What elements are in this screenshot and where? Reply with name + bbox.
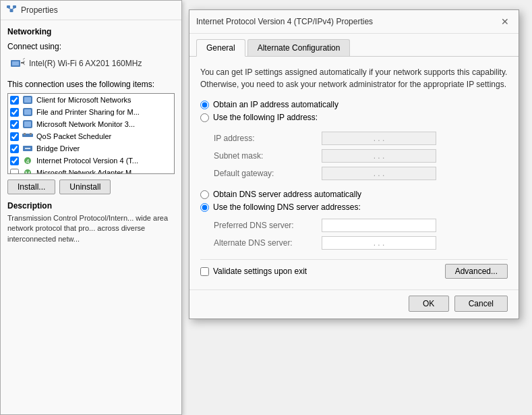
alternate-dns-input[interactable] <box>322 236 436 250</box>
item-label-3: QoS Packet Scheduler <box>36 132 111 140</box>
use-following-dns-label[interactable]: Use the following DNS server addresses: <box>213 202 361 212</box>
tab-alternate-config[interactable]: Alternate Configuration <box>247 39 351 56</box>
item-label-4: Bridge Driver <box>36 144 80 153</box>
tab-bar: General Alternate Configuration <box>189 34 519 57</box>
dialog-body: You can get IP settings assigned automat… <box>189 57 519 289</box>
adapter-icon <box>10 58 25 69</box>
item-icon-5: 4 <box>22 156 33 165</box>
list-item[interactable]: File and Printer Sharing for M... <box>8 106 174 118</box>
svg-line-10 <box>23 63 25 65</box>
ip-fields: IP address: Subnet mask: Default gateway… <box>214 132 508 180</box>
description-text: Transmission Control Protocol/Intern... … <box>7 213 175 244</box>
svg-text:M: M <box>25 170 30 174</box>
preferred-dns-row: Preferred DNS server: <box>214 219 508 232</box>
obtain-dns-auto-label[interactable]: Obtain DNS server address automatically <box>213 190 361 199</box>
dns-radio-group: Obtain DNS server address automatically … <box>200 190 508 212</box>
svg-rect-7 <box>21 62 24 63</box>
list-item[interactable]: 4 Internet Protocol Version 4 (T... <box>8 155 174 167</box>
item-icon-4 <box>22 144 33 153</box>
use-following-dns-radio[interactable] <box>200 203 209 212</box>
ok-button[interactable]: OK <box>409 296 449 312</box>
ip-radio-group: Obtain an IP address automatically Use t… <box>200 100 508 122</box>
item-label-6: Microsoft Network Adapter M... <box>36 169 138 174</box>
description-title: Description <box>7 201 175 211</box>
dialog-title: Internet Protocol Version 4 (TCP/IPv4) P… <box>196 17 373 26</box>
preferred-dns-label: Preferred DNS server: <box>214 221 322 230</box>
use-following-dns-item[interactable]: Use the following DNS server addresses: <box>200 202 508 212</box>
validate-settings-checkbox[interactable] <box>200 267 209 276</box>
svg-rect-6 <box>12 61 19 65</box>
svg-rect-14 <box>24 109 31 115</box>
info-text: You can get IP settings assigned automat… <box>200 66 508 90</box>
default-gateway-input[interactable] <box>322 167 436 180</box>
svg-rect-2 <box>10 9 13 12</box>
ip-address-label: IP address: <box>214 134 322 143</box>
list-item[interactable]: M Microsoft Network Adapter M... <box>8 167 174 174</box>
item-checkbox-2[interactable] <box>10 120 19 129</box>
properties-title: Properties <box>21 5 58 15</box>
item-checkbox-4[interactable] <box>10 144 19 153</box>
cancel-button[interactable]: Cancel <box>454 296 508 312</box>
close-button[interactable]: ✕ <box>498 15 512 28</box>
item-icon-1 <box>22 107 33 117</box>
subnet-mask-row: Subnet mask: <box>214 149 508 163</box>
networking-label: Networking <box>7 27 175 36</box>
item-checkbox-5[interactable] <box>10 157 19 165</box>
subnet-mask-label: Subnet mask: <box>214 151 322 161</box>
svg-rect-0 <box>7 5 10 8</box>
install-button[interactable]: Install... <box>7 179 55 194</box>
tab-general[interactable]: General <box>196 39 245 57</box>
connection-items-label: This connection uses the following items… <box>7 80 175 89</box>
use-following-ip-label[interactable]: Use the following IP address: <box>213 113 318 122</box>
item-icon-2 <box>22 119 33 129</box>
alternate-dns-row: Alternate DNS server: <box>214 236 508 250</box>
uninstall-button[interactable]: Uninstall <box>59 179 111 194</box>
preferred-dns-input[interactable] <box>322 219 436 232</box>
list-item[interactable]: QoS Packet Scheduler <box>8 130 174 142</box>
network-icon <box>6 5 17 16</box>
properties-window: Properties Networking Connect using: Int… <box>0 0 182 415</box>
subnet-mask-input[interactable] <box>322 149 436 163</box>
svg-rect-19 <box>30 133 32 135</box>
item-icon-6: M <box>22 168 33 174</box>
validate-settings-label[interactable]: Validate settings upon exit <box>213 267 307 276</box>
item-checkbox-0[interactable] <box>10 96 19 105</box>
item-label-2: Microsoft Network Monitor 3... <box>36 120 135 128</box>
ipv4-properties-dialog: Internet Protocol Version 4 (TCP/IPv4) P… <box>189 9 519 319</box>
item-checkbox-6[interactable] <box>10 169 19 175</box>
obtain-ip-auto-radio[interactable] <box>200 101 209 109</box>
obtain-ip-auto-label[interactable]: Obtain an IP address automatically <box>213 100 338 109</box>
item-label-0: Client for Microsoft Networks <box>36 96 131 104</box>
item-label-1: File and Printer Sharing for M... <box>36 108 140 116</box>
svg-line-4 <box>11 8 15 9</box>
svg-line-8 <box>23 58 25 59</box>
connect-using-label: Connect using: <box>7 42 175 51</box>
list-item[interactable]: Microsoft Network Monitor 3... <box>8 118 174 130</box>
item-checkbox-3[interactable] <box>10 132 19 141</box>
ip-address-input[interactable] <box>322 132 436 145</box>
items-list[interactable]: Client for Microsoft Networks File and P… <box>7 93 175 174</box>
obtain-dns-auto-item[interactable]: Obtain DNS server address automatically <box>200 190 508 199</box>
svg-rect-16 <box>24 121 31 127</box>
obtain-ip-auto-item[interactable]: Obtain an IP address automatically <box>200 100 508 109</box>
default-gateway-row: Default gateway: <box>214 167 508 180</box>
obtain-dns-auto-radio[interactable] <box>200 190 209 199</box>
ip-address-row: IP address: <box>214 132 508 145</box>
list-item[interactable]: Client for Microsoft Networks <box>8 94 174 106</box>
alternate-dns-label: Alternate DNS server: <box>214 238 322 248</box>
item-checkbox-1[interactable] <box>10 108 19 117</box>
bottom-row: Validate settings upon exit Advanced... <box>200 259 508 283</box>
svg-rect-18 <box>24 133 26 135</box>
use-following-ip-radio[interactable] <box>200 113 209 122</box>
validate-row: Validate settings upon exit <box>200 267 307 276</box>
use-following-ip-item[interactable]: Use the following IP address: <box>200 113 508 122</box>
btn-row: Install... Uninstall <box>7 179 175 194</box>
advanced-button[interactable]: Advanced... <box>445 264 508 279</box>
dns-fields: Preferred DNS server: Alternate DNS serv… <box>214 219 508 250</box>
svg-text:4: 4 <box>26 158 29 165</box>
properties-titlebar: Properties <box>1 1 181 20</box>
default-gateway-label: Default gateway: <box>214 169 322 178</box>
item-icon-0 <box>22 95 33 105</box>
list-item[interactable]: Bridge Driver <box>8 142 174 155</box>
description-section: Description Transmission Control Protoco… <box>7 201 175 244</box>
